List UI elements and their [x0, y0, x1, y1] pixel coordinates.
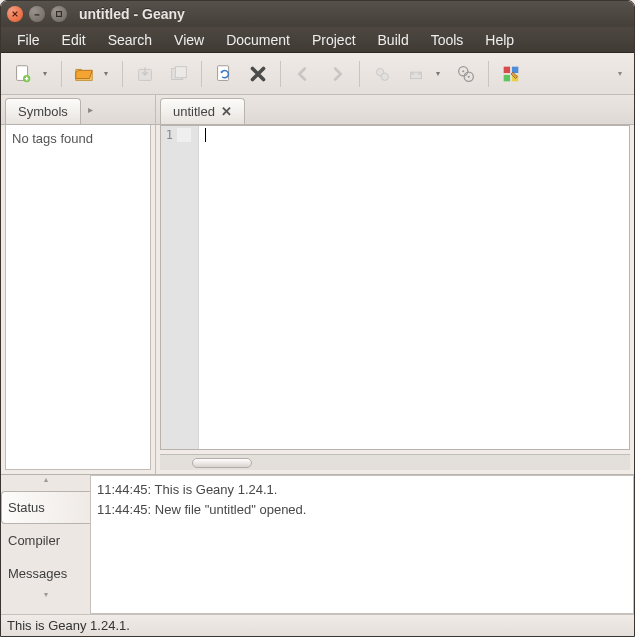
sidebar-tab-scroll-icon[interactable]: ▸: [83, 104, 99, 115]
bottom-tab-scroll-down-icon[interactable]: ▾: [1, 590, 90, 606]
tab-close-icon[interactable]: ✕: [221, 104, 232, 119]
bottom-tab-compiler[interactable]: Compiler: [1, 524, 90, 557]
statusbar-text: This is Geany 1.24.1.: [7, 618, 130, 633]
window-minimize-button[interactable]: [29, 6, 45, 22]
menu-document[interactable]: Document: [216, 29, 300, 51]
open-file-dropdown-icon[interactable]: ▾: [104, 69, 114, 78]
editor-tab-label: untitled: [173, 104, 215, 119]
menu-file[interactable]: File: [7, 29, 50, 51]
svg-rect-5: [175, 66, 186, 77]
editor-body: 1: [160, 125, 630, 450]
toolbar-separator: [122, 61, 123, 87]
editor-tabstrip: untitled ✕: [156, 95, 634, 125]
sidebar: Symbols ▸ No tags found: [1, 95, 156, 474]
nav-forward-icon[interactable]: [323, 60, 351, 88]
build-dropdown-icon[interactable]: ▾: [436, 69, 446, 78]
svg-rect-11: [418, 72, 422, 75]
save-file-icon[interactable]: [131, 60, 159, 88]
svg-rect-10: [411, 72, 415, 75]
status-line: 11:44:45: New file "untitled" opened.: [97, 500, 627, 520]
menubar: File Edit Search View Document Project B…: [1, 27, 634, 53]
save-all-icon[interactable]: [165, 60, 193, 88]
svg-rect-18: [504, 74, 510, 80]
sidebar-tabstrip: Symbols ▸: [1, 95, 155, 125]
bottom-panel: ▴ Status Compiler Messages ▾ 11:44:45: T…: [1, 474, 634, 614]
main-area: Symbols ▸ No tags found untitled ✕ 1: [1, 95, 634, 474]
bottom-tab-status[interactable]: Status: [1, 491, 90, 524]
window-title: untitled - Geany: [79, 6, 185, 22]
editor-gutter: 1: [161, 126, 199, 449]
build-icon[interactable]: [402, 60, 430, 88]
run-icon[interactable]: [452, 60, 480, 88]
svg-point-8: [381, 73, 388, 80]
compile-icon[interactable]: [368, 60, 396, 88]
bottom-tab-messages[interactable]: Messages: [1, 557, 90, 590]
svg-rect-16: [504, 66, 510, 72]
bottom-panel-tabs: ▴ Status Compiler Messages ▾: [1, 475, 91, 614]
svg-point-14: [462, 70, 464, 72]
text-caret: [205, 128, 206, 142]
no-tags-text: No tags found: [12, 131, 93, 146]
bottom-tab-label: Compiler: [8, 533, 60, 548]
toolbar: ▾ ▾ ▾: [1, 53, 634, 95]
nav-back-icon[interactable]: [289, 60, 317, 88]
new-file-dropdown-icon[interactable]: ▾: [43, 69, 53, 78]
editor-tab-untitled[interactable]: untitled ✕: [160, 98, 245, 124]
editor-pane: untitled ✕ 1: [156, 95, 634, 474]
menu-tools[interactable]: Tools: [421, 29, 474, 51]
toolbar-separator: [280, 61, 281, 87]
window-maximize-button[interactable]: [51, 6, 67, 22]
menu-edit[interactable]: Edit: [52, 29, 96, 51]
toolbar-overflow-icon[interactable]: ▾: [614, 65, 626, 82]
color-picker-icon[interactable]: [497, 60, 525, 88]
menu-project[interactable]: Project: [302, 29, 366, 51]
new-file-icon[interactable]: [9, 60, 37, 88]
toolbar-separator: [488, 61, 489, 87]
bottom-panel-content[interactable]: 11:44:45: This is Geany 1.24.1. 11:44:45…: [91, 475, 634, 614]
editor-text-area[interactable]: [199, 126, 629, 449]
menu-build[interactable]: Build: [368, 29, 419, 51]
line-number: 1: [161, 128, 177, 142]
sidebar-tab-symbols[interactable]: Symbols: [5, 98, 81, 124]
status-line: 11:44:45: This is Geany 1.24.1.: [97, 480, 627, 500]
reload-icon[interactable]: [210, 60, 238, 88]
menu-search[interactable]: Search: [98, 29, 162, 51]
bottom-tab-label: Status: [8, 500, 45, 515]
toolbar-separator: [201, 61, 202, 87]
titlebar: untitled - Geany: [1, 1, 634, 27]
menu-help[interactable]: Help: [475, 29, 524, 51]
sidebar-tab-label: Symbols: [18, 104, 68, 119]
menu-view[interactable]: View: [164, 29, 214, 51]
bottom-tab-label: Messages: [8, 566, 67, 581]
fold-margin: [177, 128, 191, 142]
window-close-button[interactable]: [7, 6, 23, 22]
close-doc-icon[interactable]: [244, 60, 272, 88]
toolbar-separator: [61, 61, 62, 87]
sidebar-content: No tags found: [5, 125, 151, 470]
open-file-icon[interactable]: [70, 60, 98, 88]
svg-rect-0: [57, 12, 62, 17]
scrollbar-thumb[interactable]: [192, 458, 252, 468]
app-window: untitled - Geany File Edit Search View D…: [0, 0, 635, 637]
bottom-tab-scroll-up-icon[interactable]: ▴: [1, 475, 90, 491]
toolbar-separator: [359, 61, 360, 87]
horizontal-scrollbar[interactable]: [160, 454, 630, 470]
statusbar: This is Geany 1.24.1.: [1, 614, 634, 636]
svg-point-15: [468, 75, 470, 77]
